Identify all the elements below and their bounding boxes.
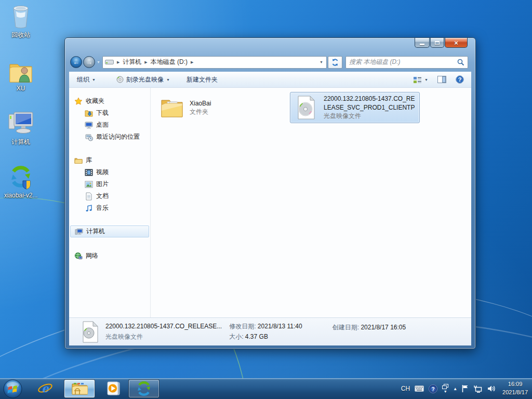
sidebar-item-computer[interactable]: 计算机 — [70, 225, 149, 237]
file-type: 文件夹 — [190, 108, 282, 116]
sidebar-item-network[interactable]: 网络 — [69, 250, 150, 262]
start-button[interactable] — [3, 379, 22, 398]
organize-button[interactable]: 组织 ▼ — [72, 73, 100, 86]
address-dropdown-icon[interactable]: ▼ — [320, 60, 323, 64]
picture-icon — [85, 180, 93, 189]
desktop-icon-xiaobai[interactable]: xiaobai-v2... — [1, 165, 41, 199]
explorer-window: × ← → ▼ ▶ 计算机 ▶ 本地磁盘 (D:) ▶ ▼ — [64, 37, 476, 349]
taskbar: e — [0, 378, 532, 399]
desktop-monitor-icon — [85, 121, 93, 129]
desktop-icon-label: 回收站 — [1, 31, 41, 39]
burn-label: 刻录光盘映像 — [126, 75, 164, 84]
sidebar-item-pictures[interactable]: 图片 — [69, 178, 150, 190]
forward-button[interactable]: → — [83, 56, 95, 68]
clock-time: 16:09 — [502, 380, 528, 389]
sidebar-item-videos[interactable]: 视频 — [69, 166, 150, 178]
sidebar-label: 图片 — [96, 180, 109, 189]
internet-explorer-icon: e — [37, 381, 53, 396]
views-icon — [413, 76, 422, 84]
recent-places-icon — [85, 133, 93, 141]
sidebar-label: 最近访问的位置 — [96, 132, 140, 141]
explorer-folder-icon — [71, 382, 88, 395]
user-folder-icon — [1, 58, 41, 83]
details-modified-value: 2021/8/13 11:40 — [258, 323, 302, 330]
language-bar-options[interactable]: ▼ — [442, 384, 448, 393]
xiaobai-app-icon — [136, 381, 152, 396]
sidebar-item-documents[interactable]: 文档 — [69, 190, 150, 202]
breadcrumb-local-disk-d[interactable]: 本地磁盘 (D:) — [151, 58, 188, 66]
breadcrumb-computer[interactable]: 计算机 — [123, 58, 141, 66]
taskbar-explorer-button[interactable] — [64, 379, 95, 398]
sidebar-item-music[interactable]: 音乐 — [69, 202, 150, 214]
minimize-button[interactable] — [415, 38, 430, 48]
address-bar[interactable]: ▶ 计算机 ▶ 本地磁盘 (D:) ▶ ▼ — [102, 56, 327, 69]
action-center-flag-icon[interactable] — [462, 384, 469, 393]
computer-small-icon — [75, 228, 83, 236]
sidebar-item-recent-places[interactable]: 最近访问的位置 — [69, 131, 150, 143]
preview-pane-icon — [437, 76, 446, 83]
language-help-icon[interactable]: ? — [429, 384, 437, 393]
refresh-icon — [331, 59, 339, 66]
desktop-icon-label: XU — [1, 85, 41, 92]
change-view-button[interactable]: ▼ — [411, 74, 430, 86]
network-icon[interactable] — [473, 385, 483, 393]
details-pane: 22000.132.210805-1437.CO_RELEASE... 光盘映像… — [69, 317, 471, 345]
file-tile-folder[interactable]: XiaoBai 文件夹 — [156, 92, 286, 123]
close-icon: × — [454, 39, 458, 46]
file-name: XiaoBai — [190, 99, 282, 108]
search-icon[interactable] — [457, 59, 464, 66]
disc-image-icon — [294, 95, 318, 120]
svg-text:?: ? — [458, 76, 462, 83]
help-button[interactable]: ? — [454, 73, 466, 86]
sidebar-label: 库 — [86, 156, 92, 165]
keyboard-icon[interactable] — [415, 385, 424, 392]
maximize-button[interactable] — [430, 38, 444, 48]
desktop: 回收站 XU 计算机 — [0, 0, 532, 399]
desktop-icon-computer[interactable]: 计算机 — [1, 111, 41, 147]
computer-icon — [1, 111, 41, 136]
restore-windows-icon — [442, 384, 448, 389]
recent-pages-dropdown[interactable]: ▼ — [97, 60, 100, 64]
volume-icon[interactable] — [487, 385, 496, 392]
chevron-down-icon: ▼ — [166, 78, 170, 82]
help-icon: ? — [456, 75, 464, 84]
show-hidden-icons-button[interactable]: ▲ — [453, 387, 457, 391]
refresh-button[interactable] — [328, 56, 342, 69]
maximize-icon — [435, 41, 440, 45]
taskbar-clock[interactable]: 16:09 2021/8/17 — [502, 380, 528, 397]
recycle-bin-icon — [1, 4, 41, 29]
crumb-separator: ▶ — [117, 60, 119, 64]
desktop-icon-xu[interactable]: XU — [1, 58, 41, 92]
folder-icon — [159, 95, 184, 120]
sidebar-item-downloads[interactable]: 下载 — [69, 107, 150, 119]
back-button[interactable]: ← — [70, 56, 82, 68]
sidebar-label: 收藏夹 — [86, 97, 104, 105]
file-list[interactable]: XiaoBai 文件夹 22000.132. — [151, 88, 471, 319]
sidebar-item-favorites[interactable]: 收藏夹 — [69, 95, 150, 107]
desktop-icon-recycle-bin[interactable]: 回收站 — [1, 4, 41, 39]
caption-buttons: × — [414, 38, 468, 48]
taskbar-media-player-button[interactable] — [101, 379, 124, 398]
burn-disc-image-button[interactable]: 刻录光盘映像 ▼ — [112, 73, 175, 86]
search-box[interactable]: 搜索 本地磁盘 (D:) — [345, 56, 468, 69]
taskbar-ie-button[interactable]: e — [34, 379, 57, 398]
video-icon — [85, 168, 93, 177]
preview-pane-button[interactable] — [435, 74, 448, 85]
music-note-icon — [85, 204, 93, 212]
sidebar-item-libraries[interactable]: 库 — [69, 154, 150, 166]
navigation-bar: ← → ▼ ▶ 计算机 ▶ 本地磁盘 (D:) ▶ ▼ — [69, 54, 471, 70]
disc-icon — [116, 76, 124, 83]
close-button[interactable]: × — [445, 38, 468, 48]
file-tile-iso-selected[interactable]: 22000.132.210805-1437.CO_RELEASE_SVC_PRO… — [290, 92, 420, 123]
taskbar-xiaobai-button[interactable] — [128, 379, 159, 398]
new-folder-button[interactable]: 新建文件夹 — [182, 73, 222, 86]
sidebar-label: 网络 — [86, 251, 98, 260]
explorer-content: 收藏夹 下载 桌面 — [69, 88, 471, 319]
chevron-down-icon: ▼ — [92, 78, 96, 82]
downloads-folder-icon — [85, 109, 93, 117]
sidebar-label: 音乐 — [96, 204, 109, 212]
sidebar-item-desktop[interactable]: 桌面 — [69, 119, 150, 131]
crumb-separator: ▶ — [191, 60, 193, 64]
sidebar-label: 桌面 — [96, 121, 109, 129]
ime-indicator[interactable]: CH — [401, 385, 410, 392]
